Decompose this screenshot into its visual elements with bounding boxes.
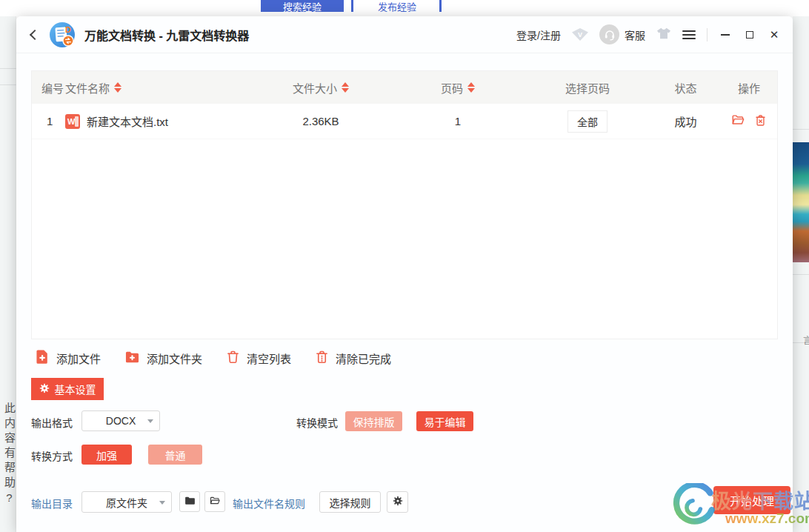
customer-service-label: 客服 bbox=[625, 27, 645, 42]
convert-mode-easy-edit-button[interactable]: 易于编辑 bbox=[416, 411, 473, 431]
gear-icon bbox=[39, 383, 50, 396]
column-header-status: 状态 bbox=[650, 80, 721, 96]
add-file-button[interactable]: 添加文件 bbox=[35, 349, 101, 367]
maximize-button[interactable] bbox=[743, 28, 756, 41]
minimize-icon bbox=[721, 34, 730, 36]
background-thumbnail-image bbox=[793, 142, 809, 262]
clear-completed-icon bbox=[315, 350, 329, 366]
vip-letter: V bbox=[572, 28, 588, 41]
cell-operation bbox=[721, 113, 777, 129]
open-folder-icon[interactable] bbox=[731, 113, 745, 129]
file-table: 编号 文件名称 文件大小 页码 选择页码 状态 操作 1 W 新建文本文档.tx… bbox=[31, 70, 778, 339]
output-format-select[interactable]: DOCX bbox=[81, 410, 160, 431]
divider bbox=[793, 129, 809, 130]
chevron-down-icon bbox=[147, 419, 153, 423]
sort-icon[interactable] bbox=[342, 82, 349, 93]
divider bbox=[0, 84, 16, 85]
gear-icon bbox=[393, 496, 403, 509]
login-register-link[interactable]: 登录/注册 bbox=[516, 27, 561, 42]
bg-tab-separator bbox=[439, 0, 442, 12]
filename-rule-label: 输出文件名规则 bbox=[233, 496, 305, 511]
svg-text:D: D bbox=[65, 25, 71, 34]
column-header-filename[interactable]: 文件名称 bbox=[65, 80, 250, 96]
cell-no: 1 bbox=[32, 115, 65, 127]
chevron-down-icon bbox=[159, 501, 165, 505]
convert-mode-label: 转换模式 bbox=[296, 415, 338, 430]
start-processing-button[interactable]: 开始处理 bbox=[713, 486, 790, 514]
add-folder-label: 添加文件夹 bbox=[147, 350, 202, 366]
choose-rule-button[interactable]: 选择规则 bbox=[319, 491, 381, 513]
back-button[interactable] bbox=[28, 31, 44, 39]
add-folder-button[interactable]: 添加文件夹 bbox=[124, 350, 202, 366]
output-directory-select[interactable]: 原文件夹 bbox=[81, 491, 172, 513]
list-toolbar: 添加文件 添加文件夹 bbox=[35, 349, 391, 367]
basic-settings-tab[interactable]: 基本设置 bbox=[31, 378, 104, 400]
screen: 搜索经验 发布经验 此内容有帮助? 言 bbox=[0, 0, 809, 532]
output-directory-label: 输出目录 bbox=[31, 496, 73, 511]
convert-mode-keep-layout-button[interactable]: 保持排版 bbox=[345, 411, 402, 431]
sort-icon[interactable] bbox=[114, 82, 121, 93]
minimize-button[interactable] bbox=[719, 28, 732, 41]
column-header-pages[interactable]: 页码 bbox=[391, 80, 525, 96]
table-row: 1 W 新建文本文档.txt 2.36KB 1 全部 成功 bbox=[32, 104, 777, 139]
close-button[interactable]: ✕ bbox=[768, 28, 781, 41]
cell-select-pages: 全部 bbox=[525, 110, 650, 133]
convert-method-label: 转换方式 bbox=[31, 448, 73, 463]
sort-icon[interactable] bbox=[467, 82, 475, 93]
clear-list-button[interactable]: 清空列表 bbox=[226, 350, 291, 366]
cell-status: 成功 bbox=[650, 113, 721, 129]
bg-tab-publish-experience[interactable]: 发布经验 bbox=[357, 0, 437, 12]
output-format-value: DOCX bbox=[106, 415, 136, 427]
titlebar-separator bbox=[707, 28, 708, 41]
titlebar: D 万能文档转换 - 九雷文档转换器 登录/注册 V bbox=[16, 16, 793, 53]
divider bbox=[0, 68, 16, 69]
clear-completed-label: 清除已完成 bbox=[336, 350, 391, 366]
skin-icon[interactable] bbox=[656, 27, 671, 43]
cell-filesize: 2.36KB bbox=[250, 115, 391, 127]
folder-icon bbox=[184, 495, 196, 508]
background-page-topbar: 搜索经验 发布经验 bbox=[0, 0, 809, 16]
divider bbox=[793, 274, 809, 275]
rule-settings-button[interactable] bbox=[387, 491, 408, 513]
bg-tab-separator bbox=[351, 0, 353, 12]
close-icon: ✕ bbox=[770, 29, 779, 40]
back-icon bbox=[30, 29, 40, 39]
convert-method-enhanced-button[interactable]: 加强 bbox=[81, 445, 132, 465]
output-directory-value: 原文件夹 bbox=[106, 495, 147, 510]
filename-text: 新建文本文档.txt bbox=[87, 113, 168, 129]
word-file-icon: W bbox=[65, 114, 80, 129]
customer-service-button[interactable]: 客服 bbox=[599, 24, 645, 44]
column-header-no: 编号 bbox=[32, 80, 65, 96]
cell-pages: 1 bbox=[391, 115, 525, 127]
column-header-operation: 操作 bbox=[721, 80, 777, 96]
clear-list-icon bbox=[226, 350, 240, 366]
menu-icon[interactable] bbox=[682, 30, 696, 39]
background-right-strip: 言 bbox=[793, 16, 809, 532]
bg-tab-search-experience[interactable]: 搜索经验 bbox=[261, 0, 344, 12]
table-header-row: 编号 文件名称 文件大小 页码 选择页码 状态 操作 bbox=[32, 71, 777, 104]
add-file-icon bbox=[35, 349, 50, 367]
delete-file-icon[interactable] bbox=[754, 114, 767, 129]
output-format-label: 输出格式 bbox=[31, 415, 73, 430]
maximize-icon bbox=[746, 31, 753, 39]
headset-icon bbox=[599, 24, 619, 44]
add-file-label: 添加文件 bbox=[56, 350, 101, 366]
cell-filename: W 新建文本文档.txt bbox=[65, 113, 250, 129]
open-output-folder-button[interactable] bbox=[204, 491, 225, 512]
add-folder-icon bbox=[124, 350, 140, 366]
basic-settings-label: 基本设置 bbox=[55, 382, 96, 396]
page-range-button[interactable]: 全部 bbox=[567, 110, 607, 133]
column-header-filesize[interactable]: 文件大小 bbox=[250, 80, 391, 96]
convert-method-normal-button[interactable]: 普通 bbox=[148, 445, 202, 465]
background-clipped-text: 言 bbox=[803, 333, 809, 346]
window-title: 万能文档转换 - 九雷文档转换器 bbox=[84, 26, 249, 44]
app-logo-icon: D bbox=[49, 21, 76, 48]
choose-folder-button[interactable] bbox=[179, 491, 200, 512]
clear-completed-button[interactable]: 清除已完成 bbox=[315, 350, 391, 366]
background-vertical-text: 此内容有帮助? bbox=[1, 402, 16, 508]
column-header-select-pages: 选择页码 bbox=[525, 80, 650, 96]
vip-icon[interactable]: V bbox=[572, 28, 588, 41]
folder-open-icon bbox=[210, 495, 221, 508]
clear-list-label: 清空列表 bbox=[247, 350, 291, 366]
app-window: D 万能文档转换 - 九雷文档转换器 登录/注册 V bbox=[16, 16, 793, 532]
